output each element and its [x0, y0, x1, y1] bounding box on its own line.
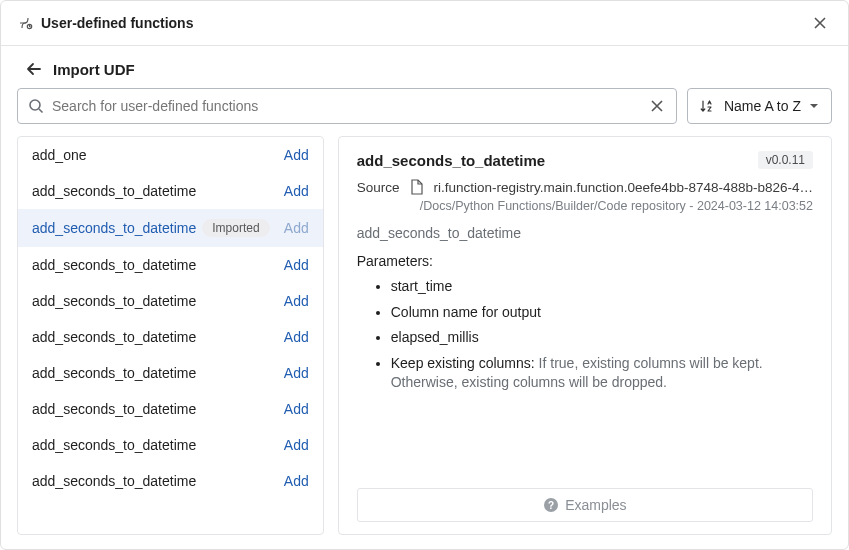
dialog-title: User-defined functions [41, 15, 193, 31]
add-button[interactable]: Add [284, 437, 309, 453]
add-button[interactable]: Add [284, 473, 309, 489]
param-item: Column name for output [391, 303, 813, 323]
add-button[interactable]: Add [284, 257, 309, 273]
list-item[interactable]: add_seconds_to_datetimeAdd [18, 319, 323, 355]
list-item-name: add_seconds_to_datetime [32, 401, 196, 417]
controls-row: Name A to Z [1, 88, 848, 136]
list-item[interactable]: add_seconds_to_datetimeImportedAdd [18, 209, 323, 247]
search-input[interactable] [44, 98, 648, 114]
version-badge: v0.0.11 [758, 151, 813, 169]
params-title: Parameters: [357, 253, 813, 269]
chevron-down-icon [809, 101, 819, 111]
param-item: elapsed_millis [391, 328, 813, 348]
svg-point-1 [30, 100, 40, 110]
file-icon [410, 179, 424, 195]
list-item[interactable]: add_seconds_to_datetimeAdd [18, 283, 323, 319]
list-item[interactable]: add_seconds_to_datetimeAdd [18, 427, 323, 463]
header-left: User-defined functions [17, 15, 193, 31]
subheader-title: Import UDF [53, 61, 135, 78]
list-item-name: add_seconds_to_datetime [32, 293, 196, 309]
source-uri: ri.function-registry.main.function.0eefe… [434, 180, 813, 195]
detail-panel: add_seconds_to_datetime v0.0.11 Source r… [338, 136, 832, 535]
list-item-name: add_seconds_to_datetime [32, 365, 196, 381]
list-item[interactable]: add_oneAdd [18, 137, 323, 173]
list-item-name: add_seconds_to_datetime [32, 329, 196, 345]
list-item[interactable]: add_seconds_to_datetimeAdd [18, 355, 323, 391]
back-arrow-icon[interactable] [25, 60, 43, 78]
add-button[interactable]: Add [284, 147, 309, 163]
source-label: Source [357, 180, 400, 195]
search-field-wrap [17, 88, 677, 124]
param-item: Keep existing columns: If true, existing… [391, 354, 813, 393]
detail-subname: add_seconds_to_datetime [357, 225, 813, 241]
source-row: Source ri.function-registry.main.functio… [357, 179, 813, 195]
list-item[interactable]: add_seconds_to_datetimeAdd [18, 463, 323, 499]
detail-top: add_seconds_to_datetime v0.0.11 [357, 151, 813, 169]
close-icon[interactable] [808, 11, 832, 35]
params-list: start_timeColumn name for outputelapsed_… [357, 277, 813, 399]
function-icon [17, 15, 33, 31]
list-item-name: add_seconds_to_datetime [32, 257, 196, 273]
examples-label: Examples [565, 497, 626, 513]
dialog-header: User-defined functions [1, 1, 848, 46]
search-icon [28, 98, 44, 114]
sort-alpha-icon [700, 98, 716, 114]
add-button: Add [284, 220, 309, 236]
add-button[interactable]: Add [284, 365, 309, 381]
examples-button[interactable]: ? Examples [357, 488, 813, 522]
sort-label: Name A to Z [724, 98, 801, 114]
subheader: Import UDF [1, 46, 848, 88]
list-item-name: add_one [32, 147, 87, 163]
detail-title: add_seconds_to_datetime [357, 152, 545, 169]
source-meta: /Docs/Python Functions/Builder/Code repo… [357, 199, 813, 213]
sort-dropdown[interactable]: Name A to Z [687, 88, 832, 124]
add-button[interactable]: Add [284, 401, 309, 417]
help-icon: ? [543, 497, 559, 513]
list-item-name: add_seconds_to_datetime [32, 437, 196, 453]
add-button[interactable]: Add [284, 293, 309, 309]
add-button[interactable]: Add [284, 329, 309, 345]
imported-badge: Imported [202, 219, 269, 237]
list-item-name: add_seconds_to_datetime [32, 183, 196, 199]
svg-text:?: ? [548, 500, 554, 511]
list-item-name: add_seconds_to_datetime [32, 220, 196, 236]
clear-search-icon[interactable] [648, 97, 666, 115]
body: add_oneAddadd_seconds_to_datetimeAddadd_… [1, 136, 848, 550]
add-button[interactable]: Add [284, 183, 309, 199]
udf-list[interactable]: add_oneAddadd_seconds_to_datetimeAddadd_… [17, 136, 324, 535]
list-item[interactable]: add_seconds_to_datetimeAdd [18, 173, 323, 209]
list-item[interactable]: add_seconds_to_datetimeAdd [18, 391, 323, 427]
list-item-name: add_seconds_to_datetime [32, 473, 196, 489]
param-item: start_time [391, 277, 813, 297]
list-item[interactable]: add_seconds_to_datetimeAdd [18, 247, 323, 283]
